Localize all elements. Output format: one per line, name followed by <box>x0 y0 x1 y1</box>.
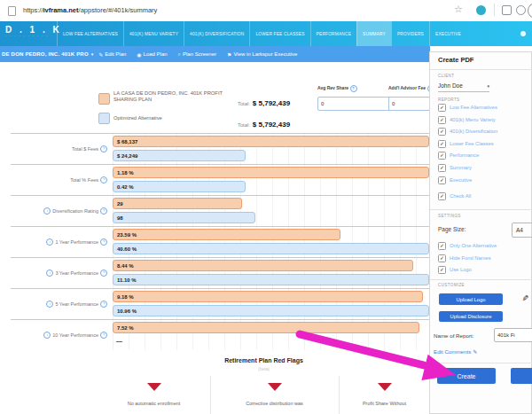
alternative-bar: 40.60 % <box>113 243 429 254</box>
create-button[interactable]: Create <box>437 368 496 384</box>
check-all-row: ✓Check All <box>438 192 471 205</box>
address-bar[interactable]: https://ivframa.net/appstore/#/401k/summ… <box>23 6 157 14</box>
info-icon[interactable]: i <box>46 269 53 277</box>
nav-right-icon[interactable] <box>520 31 526 36</box>
toolbar-action-label: Edit Plan <box>105 51 126 57</box>
addl-advisor-fee-field <box>388 97 430 111</box>
toolbar-action-edit-plan[interactable]: ✎Edit Plan <box>98 51 126 58</box>
toolbar-action-load-plan[interactable]: ◉Load Plan <box>137 51 167 58</box>
addl-advisor-fee-label: Add'l Advisor Fee ? <box>388 85 434 92</box>
checkbox-icon[interactable]: ✓ <box>438 104 446 112</box>
help-icon[interactable]: ? <box>100 176 107 184</box>
checkbox-icon[interactable]: ✓ <box>438 128 446 136</box>
divider <box>430 279 532 280</box>
upload-logo-button[interactable]: Upload Logo <box>439 293 503 305</box>
app-nav-bar: D . 1 . K · · · · · · · · · · Low Fee Al… <box>0 21 532 46</box>
client-select[interactable]: John Doe ▾ <box>438 80 489 92</box>
toolbar-action-label: View in Larkspur Executive <box>233 51 297 57</box>
nav-item-executive[interactable]: Executive <box>429 21 466 46</box>
client-select-value: John Doe <box>438 82 463 89</box>
checkbox-icon[interactable]: ✓ <box>438 164 446 172</box>
chart-separator <box>11 164 429 165</box>
extension-icon[interactable] <box>502 5 512 15</box>
checkbox-check-all[interactable]: ✓Check All <box>438 192 471 205</box>
checkbox-label: 401(k) Diversification <box>450 128 497 135</box>
alternative-bar: 98 <box>113 212 255 223</box>
checkbox-icon[interactable]: ✓ <box>438 266 446 274</box>
report-checkbox-performance[interactable]: ✓Performance <box>438 152 497 164</box>
addl-advisor-fee-input[interactable] <box>389 100 422 107</box>
help-icon[interactable]: ? <box>100 332 107 339</box>
avatar[interactable] <box>528 3 532 19</box>
info-icon[interactable]: i <box>43 332 51 339</box>
nav-item-401-k-diversification[interactable]: 401(k) Diversification <box>184 21 249 46</box>
toolbar-action-plan-screener[interactable]: ⌕Plan Screener <box>178 51 216 58</box>
nav-item-summary[interactable]: Summary <box>356 21 391 46</box>
chart-row-label-5-year-performance: i5 Year Performance? <box>0 297 107 311</box>
info-icon[interactable]: i <box>46 238 53 246</box>
nav-item-lower-fee-classes[interactable]: Lower Fee Classes <box>249 21 309 46</box>
help-icon[interactable]: ? <box>350 85 357 92</box>
help-icon[interactable]: ? <box>100 145 107 152</box>
chart-separator <box>11 195 429 196</box>
plan-bar: $ 68,137 <box>113 136 429 147</box>
chart-separator <box>11 133 429 134</box>
reports-section-label: Reports <box>438 98 459 102</box>
create-pdf-panel: Create PDF Client John Doe ▾ Reports ✓Lo… <box>429 51 532 414</box>
checkbox-icon[interactable]: ✓ <box>438 176 446 184</box>
nav-item-providers[interactable]: Providers <box>391 21 429 46</box>
alternative-total: Total:$ 5,792,439 <box>238 114 290 130</box>
globe-icon[interactable] <box>516 5 526 15</box>
edit-comments-link[interactable]: Edit Comments✎ <box>434 348 477 355</box>
toolbar-action-view-in-larkspur-executive[interactable]: ⚑View in Larkspur Executive <box>227 51 297 58</box>
red-flag-triangle-icon <box>268 383 282 391</box>
toolbar-action-label: Plan Screener <box>183 51 216 57</box>
report-checkbox-executive[interactable]: ✓Executive <box>438 176 497 189</box>
report-name-input[interactable] <box>494 328 532 342</box>
alternative-bar: 10.96 % <box>113 305 429 316</box>
setting-checkbox-use-logo[interactable]: ✓Use Logo <box>438 266 497 278</box>
help-icon[interactable]: ? <box>100 238 107 246</box>
checkbox-icon[interactable]: ✓ <box>438 116 446 124</box>
chart-separator <box>11 257 429 258</box>
chart-separator <box>11 288 429 289</box>
checkbox-label: Use Logo <box>450 266 472 273</box>
report-checkbox-lower-fee-classes[interactable]: ✓Lower Fee Classes <box>438 140 497 152</box>
checkbox-icon[interactable]: ✓ <box>438 192 446 200</box>
info-icon[interactable]: i <box>46 301 53 308</box>
avg-rev-share-input[interactable] <box>318 100 378 107</box>
row-label-text: Total $ Fees <box>72 146 98 152</box>
setting-checkbox-only-one-alternative[interactable]: ✓Only One Alternative <box>438 242 497 254</box>
upload-disclosure-button[interactable]: Upload Disclosure <box>439 311 503 322</box>
legend-label-alternative: Optimized Alternative <box>113 115 236 121</box>
report-checkbox-summary[interactable]: ✓Summary <box>438 164 497 176</box>
help-icon[interactable]: ? <box>100 207 107 215</box>
checkbox-label: Lower Fee Classes <box>450 140 494 147</box>
report-checkbox-low-fee-alternatives[interactable]: ✓Low Fee Alternatives <box>438 104 497 116</box>
pen-icon: ✎ <box>520 294 529 301</box>
red-flag-caption: No automatic enrollment <box>98 401 210 406</box>
setting-checkbox-hide-fund-names[interactable]: ✓Hide Fund Names <box>438 254 497 267</box>
alternative-bar: 11.10 % <box>113 274 429 285</box>
report-checkbox-401-k-menu-variety[interactable]: ✓401(k) Menu Variety <box>438 116 497 129</box>
help-icon[interactable]: ? <box>100 269 107 277</box>
chevron-down-icon: ▾ <box>487 83 489 89</box>
help-icon[interactable]: ? <box>100 301 107 308</box>
nav-item-low-fee-alternatives[interactable]: Low Fee Alternatives <box>57 21 123 46</box>
bookmark-star-icon[interactable]: ☆ <box>454 4 463 15</box>
checkbox-icon[interactable]: ✓ <box>438 140 446 148</box>
report-checkbox-401-k-diversification[interactable]: ✓401(k) Diversification <box>438 128 497 140</box>
page-size-select[interactable]: A4 <box>512 223 532 238</box>
plan-selector[interactable]: DE DON PEDRO, INC. 401K PRO <box>2 51 89 57</box>
checkbox-icon[interactable]: ✓ <box>438 242 446 250</box>
red-flag-caption: Corrective distribution was <box>210 401 339 406</box>
profile-dot-icon[interactable] <box>476 5 486 15</box>
info-icon[interactable]: i <box>43 207 51 215</box>
app-logo[interactable]: D . 1 . K · · · · · · · · · · <box>5 25 62 38</box>
legend-swatch-plan <box>98 93 110 105</box>
nav-item-401-k-menu-variety[interactable]: 401(k) Menu Variety <box>123 21 184 46</box>
secondary-create-button[interactable] <box>511 368 532 384</box>
checkbox-icon[interactable]: ✓ <box>438 152 446 160</box>
checkbox-icon[interactable]: ✓ <box>438 254 446 262</box>
nav-item-performance[interactable]: Performance <box>310 21 357 46</box>
